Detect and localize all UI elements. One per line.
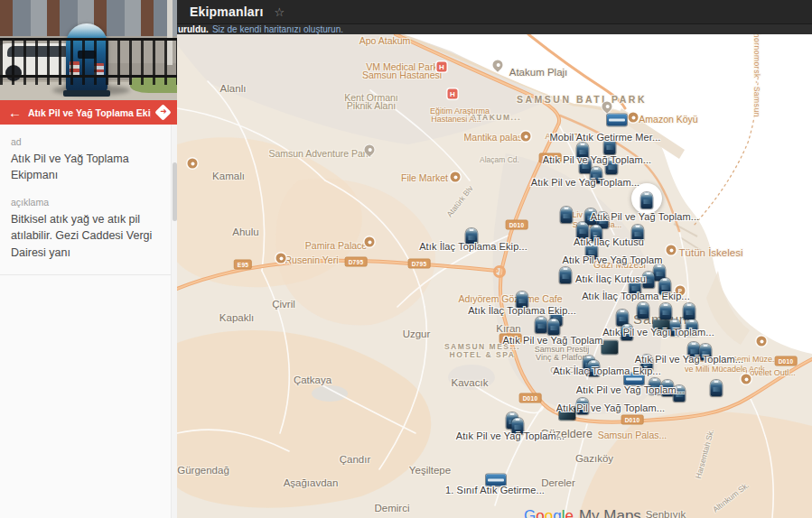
marker-label: Atık Pil ve Yağ Toplam...	[635, 354, 744, 365]
google-logo-letter: o	[545, 507, 553, 518]
back-icon[interactable]: ←	[8, 100, 22, 125]
marker-label: Atık İlaç Toplama Ekip...	[419, 241, 527, 252]
marker-label: Atık Pil ve Yağ Toplam	[562, 254, 662, 265]
map-label-town: Kavacık	[452, 377, 489, 388]
map-label-town: Çivril	[272, 299, 295, 310]
create-own-map-link[interactable]: Siz de kendi haritanızı oluşturun.	[212, 24, 343, 34]
map-label-poi: Apo Atakum	[359, 35, 411, 46]
map-label-town: Gürgendağ	[177, 465, 229, 476]
map-label-town: Yeşiltepe	[409, 465, 451, 476]
field-value-ad: Atık Pil ve Yağ Toplama Ekipmanı	[11, 151, 166, 183]
map-label-town: Aşağıavdan	[284, 477, 339, 488]
map-label-poi: Amazon Köyü	[639, 114, 697, 125]
map-label-area-sm: HOTEL & SPA	[450, 350, 516, 359]
marker-label: Atık İlaç Toplama Ekip...	[582, 291, 690, 301]
map-label-poi-sm: Hastanesi A...	[431, 115, 481, 124]
google-logo-letter: g	[553, 507, 561, 518]
market-icon	[451, 172, 461, 182]
waste-bin-marker[interactable]	[561, 207, 573, 223]
detail-sidebar: ← Atık Pil ve Yağ Toplama Ekipmanı ➜ ad …	[0, 0, 177, 518]
road-shield: D795	[345, 257, 368, 267]
waste-bin-marker[interactable]	[536, 317, 547, 333]
basemap	[177, 34, 812, 518]
road-shield: D010	[621, 415, 644, 425]
map-label-town: Ahulu	[232, 227, 258, 237]
road-shield: D795	[408, 259, 431, 269]
map-label-area: SAMSUN BATI PARK	[517, 94, 647, 105]
marker-label: Atık Pil ve Yağ Toplam...	[556, 402, 666, 413]
map-label-town: Dereler	[541, 477, 575, 488]
marker-label: Atık Pil ve Yağ Toplam...	[531, 177, 640, 188]
map-label-town: Atakum Plajı	[509, 67, 568, 78]
map-label-town: Çatkaya	[294, 375, 331, 385]
map-title: Ekipmanları	[190, 5, 264, 19]
map-label-poi: File Market	[401, 172, 448, 183]
map-label-town: Çandır	[340, 454, 371, 465]
village-icon	[629, 113, 639, 123]
dentist-icon	[521, 132, 531, 142]
map-label-park: Piknik Alanı	[347, 100, 396, 111]
star-icon[interactable]: ☆	[275, 5, 285, 19]
hospital-icon: H	[437, 62, 447, 72]
waste-bin-marker[interactable]	[548, 319, 560, 335]
marker-label: Atık Pil ve Yağ Toplam...	[576, 384, 686, 395]
scrollbar-thumb[interactable]	[173, 162, 177, 221]
marker-label: Atık Pil ve Yağ Toplam...	[543, 154, 652, 165]
road-shield: D010	[775, 356, 798, 366]
location-photo[interactable]	[0, 0, 177, 100]
waste-bin-marker[interactable]	[660, 303, 672, 319]
hospital-icon: H	[448, 89, 458, 99]
flower-shop-icon	[188, 159, 198, 169]
marker-label: Atık İlaç Kutusu	[575, 273, 646, 284]
road-shield: D010	[519, 393, 542, 403]
feature-title: Atık Pil ve Yağ Toplama Ekipmanı	[28, 107, 151, 118]
my-maps-label: My Maps	[579, 507, 641, 518]
map-label-town: Gazıköy	[575, 453, 613, 464]
waste-bin-marker[interactable]	[711, 380, 723, 396]
marker-label: Atık İlaç Toplama Ekip...	[468, 305, 576, 316]
map-label-poi: Samsun Palas...	[598, 430, 667, 440]
map-title-bar: Ekipmanları ☆	[177, 0, 812, 23]
map-label-town: Demirci	[375, 503, 410, 513]
restaurant-icon	[276, 254, 286, 264]
marker-label: Atık Pil ve Yağı Toplam...	[602, 327, 714, 338]
map-label-poi: Samsun Hastanesi	[362, 69, 442, 80]
google-logo-letter: o	[536, 507, 544, 518]
marker-label: Atık İlaç Toplama Ekip...	[553, 365, 661, 376]
map-label-ferry: Chornomorsk - Samsun	[752, 34, 761, 117]
map-label-park: Samsun Adventure Park	[268, 148, 370, 159]
feature-details: ad Atık Pil ve Yağ Toplama Ekipmanı açık…	[0, 125, 177, 275]
map-label-town: Şenbıyık	[646, 509, 686, 518]
road-shield: E95	[234, 260, 252, 270]
waste-bin-marker[interactable]	[684, 303, 695, 319]
marker-label: Atık Pil ve Yağ Toplam...	[456, 430, 565, 441]
created-by-text: uruldu.	[178, 24, 209, 34]
map-label-poi: Mantika palas	[464, 132, 523, 143]
waste-bin-marker[interactable]	[560, 267, 572, 283]
waste-bin-marker[interactable]	[638, 302, 649, 319]
field-value-aciklama: Bitkisel atık yağ ve atık pil atılabilir…	[11, 211, 166, 260]
marker-label: Atık Pil ve Yağ Toplam	[502, 335, 602, 346]
google-my-maps-attribution[interactable]: GoogleMy Maps	[524, 507, 641, 518]
mall-icon	[742, 375, 751, 384]
map-label-poi: Rusenin Yeri	[285, 254, 339, 265]
photo-fence	[0, 38, 177, 85]
map-label-town: Kapaklı	[219, 312, 254, 323]
field-label-aciklama: açıklama	[11, 197, 166, 208]
google-logo-letter: G	[524, 507, 536, 518]
feature-header: ← Atık Pil ve Yağ Toplama Ekipmanı ➜	[0, 100, 177, 125]
map-subtitle-bar: uruldu. Siz de kendi haritanızı oluşturu…	[177, 23, 812, 34]
waste-bin-marker[interactable]	[641, 192, 653, 208]
field-label-ad: ad	[11, 136, 166, 147]
hotel-icon	[365, 237, 375, 247]
map-label-poi-sm: Lovelet Outl...	[745, 368, 796, 377]
map-label-street: Alaçam Cd.	[480, 155, 519, 164]
mobile-unit-marker[interactable]	[607, 115, 627, 126]
map-label-poi-lg: Tütün İskelesi	[679, 247, 743, 258]
map-label-town: Uzgur	[403, 328, 431, 339]
map-canvas[interactable]: GoogleMy Maps AlanlıKamalıAhuluÇivrilKap…	[177, 34, 812, 518]
map-label-town: Kamalı	[212, 171, 245, 181]
directions-icon[interactable]: ➜	[154, 104, 171, 120]
photo-marker[interactable]	[602, 341, 618, 355]
sidebar-scrollbar[interactable]	[171, 125, 177, 518]
